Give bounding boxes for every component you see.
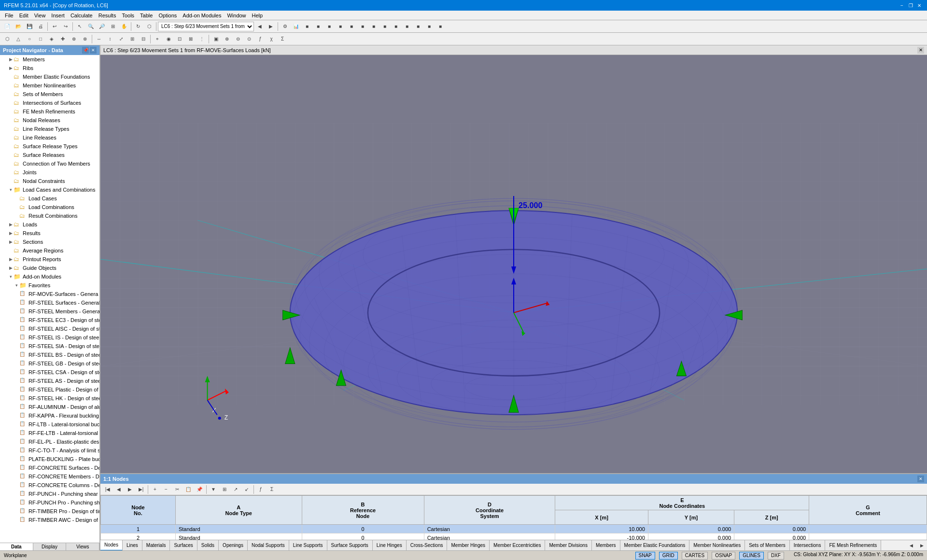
tbl-sigma[interactable]: Σ <box>267 484 277 495</box>
tree-connection-two[interactable]: 🗂 Connection of Two Members <box>0 159 99 168</box>
tree-rf-concrete-members[interactable]: 📋 RF-CONCRETE Members - Design c <box>0 472 99 481</box>
tb2-11[interactable]: ⤢ <box>116 34 126 44</box>
tb-b5[interactable]: ■ <box>346 21 357 32</box>
tree-load-cases[interactable]: 🗂 Load Cases <box>0 194 99 203</box>
tab-fe-mesh-refinements[interactable]: FE Mesh Refinements <box>825 540 881 551</box>
tab-members[interactable]: Members <box>592 540 620 551</box>
tree-results[interactable]: ▶ 🗂 Results <box>0 229 99 238</box>
tree-nodal-releases[interactable]: 🗂 Nodal Releases <box>0 116 99 125</box>
tree-surface-release-types[interactable]: 🗂 Surface Release Types <box>0 142 99 151</box>
restore-button[interactable]: ❐ <box>907 1 914 9</box>
tb2-24[interactable]: χ <box>266 34 277 44</box>
tree-rf-steel-as[interactable]: 📋 RF-STEEL AS - Design of steel men <box>0 377 99 385</box>
tb2-23[interactable]: ƒ <box>255 34 266 44</box>
tree-rf-el-pl[interactable]: 📋 RF-EL-PL - Elastic-plastic design <box>0 437 99 446</box>
minimize-button[interactable]: − <box>898 1 906 9</box>
tree-ribs[interactable]: ▶ 🗂 Ribs <box>0 64 99 72</box>
tab-intersections[interactable]: Intersections <box>790 540 826 551</box>
tree-joints[interactable]: 🗂 Joints <box>0 168 99 177</box>
menu-window[interactable]: Window <box>224 12 249 19</box>
menu-tools[interactable]: Tools <box>119 12 137 19</box>
tb-b6[interactable]: ■ <box>357 21 368 32</box>
tree-rf-punch[interactable]: 📋 RF-PUNCH - Punching shear desi <box>0 490 99 498</box>
tab-lines[interactable]: Lines <box>123 540 142 551</box>
menu-options[interactable]: Options <box>155 12 180 19</box>
tree-rf-steel-aisc[interactable]: 📋 RF-STEEL AISC - Design of steel m <box>0 324 99 333</box>
tab-openings[interactable]: Openings <box>219 540 248 551</box>
tree-members[interactable]: ▶ 🗂 Members <box>0 55 99 64</box>
grid-button[interactable]: GRID <box>659 552 678 560</box>
glines-button[interactable]: GLINES <box>739 552 764 560</box>
tab-cross-sections[interactable]: Cross-Sections <box>407 540 448 551</box>
tb-results-on[interactable]: 📊 <box>291 21 301 32</box>
tree-load-combinations[interactable]: 🗂 Load Combinations <box>0 203 99 211</box>
tb-print[interactable]: 🖨 <box>35 21 46 32</box>
tab-surfaces[interactable]: Surfaces <box>170 540 197 551</box>
tb-b1[interactable]: ■ <box>302 21 312 32</box>
dxf-button[interactable]: DXF <box>768 552 784 560</box>
tree-member-nonlin[interactable]: 🗂 Member Nonlinearities <box>0 81 99 90</box>
tb2-4[interactable]: □ <box>35 34 46 44</box>
tree-rf-steel-plastic[interactable]: 📋 RF-STEEL Plastic - Design of steel r <box>0 385 99 394</box>
tbl-filter[interactable]: ▼ <box>208 484 219 495</box>
tb2-7[interactable]: ⊕ <box>69 34 79 44</box>
tb-prev-step[interactable]: ◀ <box>254 21 265 32</box>
tree-rf-steel-is[interactable]: 📋 RF-STEEL IS - Design of steel mem <box>0 333 99 342</box>
tree-printout-reports[interactable]: ▶ 🗂 Printout Reports <box>0 255 99 264</box>
menu-insert[interactable]: Insert <box>48 12 68 19</box>
tb-b4[interactable]: ■ <box>335 21 346 32</box>
tbl-copy[interactable]: 📋 <box>183 484 194 495</box>
tb-b12[interactable]: ■ <box>424 21 435 32</box>
tree-line-release-types[interactable]: 🗂 Line Release Types <box>0 125 99 133</box>
tree-member-elastic[interactable]: 🗂 Member Elastic Foundations <box>0 72 99 81</box>
tbl-formula[interactable]: ƒ <box>255 484 266 495</box>
tb2-12[interactable]: ⊞ <box>127 34 138 44</box>
tree-plate-buckling[interactable]: 📋 PLATE-BUCKLING - Plate buckling <box>0 455 99 463</box>
tb-open[interactable]: 📂 <box>13 21 24 32</box>
tb-select[interactable]: ↖ <box>74 21 85 32</box>
tree-rf-punch-pro[interactable]: 📋 RF-PUNCH Pro - Punching shear c <box>0 498 99 507</box>
tbl-last[interactable]: ▶| <box>136 484 146 495</box>
tb-b7[interactable]: ■ <box>368 21 379 32</box>
tbl-add[interactable]: + <box>150 484 160 495</box>
tree-loads[interactable]: ▶ 🗂 Loads <box>0 220 99 229</box>
table-row[interactable]: 2 Standard 0 Cartesian -10.000 0.000 0.0… <box>101 533 927 540</box>
menu-edit[interactable]: Edit <box>16 12 31 19</box>
tb-redo[interactable]: ↪ <box>60 21 71 32</box>
tree-rf-concrete-columns[interactable]: 📋 RF-CONCRETE Columns - Design <box>0 481 99 490</box>
tb-3dview[interactable]: ⬡ <box>144 21 154 32</box>
tab-member-nonlinearties[interactable]: Member Nonlinearties <box>689 540 745 551</box>
tb2-1[interactable]: ⬡ <box>2 34 13 44</box>
tb-b11[interactable]: ■ <box>413 21 423 32</box>
tab-member-divisions[interactable]: Member Divisions <box>545 540 591 551</box>
tab-surface-supports[interactable]: Surface Supports <box>327 540 373 551</box>
tb2-21[interactable]: ⊖ <box>233 34 243 44</box>
tb2-18[interactable]: ⋮ <box>197 34 207 44</box>
tab-nodal-supports[interactable]: Nodal Supports <box>248 540 289 551</box>
tab-member-elastic[interactable]: Member Elastic Foundations <box>620 540 690 551</box>
snap-button[interactable]: SNAP <box>635 552 655 560</box>
tb-zoom-in[interactable]: 🔍 <box>85 21 96 32</box>
tree-rf-steel-members[interactable]: 📋 RF-STEEL Members - General stres <box>0 307 99 316</box>
menu-help[interactable]: Help <box>249 12 266 19</box>
tree-intersections[interactable]: 🗂 Intersections of Surfaces <box>0 98 99 107</box>
tree-rf-steel-hk[interactable]: 📋 RF-STEEL HK - Design of steel mer <box>0 394 99 403</box>
tbl-import[interactable]: ↙ <box>241 484 252 495</box>
tb-zoom-all[interactable]: ⊞ <box>108 21 118 32</box>
tree-rf-ltb[interactable]: 📋 RF-LTB - Lateral-torsional bucklin <box>0 420 99 429</box>
tree-rf-aluminum[interactable]: 📋 RF-ALUMINUM - Design of alumin <box>0 403 99 411</box>
tab-line-supports[interactable]: Line Supports <box>289 540 327 551</box>
tb2-20[interactable]: ⊕ <box>222 34 232 44</box>
tb-new[interactable]: 📄 <box>2 21 13 32</box>
tb-b13[interactable]: ■ <box>435 21 446 32</box>
tb2-25[interactable]: Σ <box>277 34 288 44</box>
osnap-button[interactable]: OSNAP <box>712 552 735 560</box>
tbl-export[interactable]: ↗ <box>230 484 241 495</box>
tb2-10[interactable]: ↕ <box>105 34 115 44</box>
tb2-16[interactable]: ⊡ <box>174 34 185 44</box>
panel-close[interactable]: ✕ <box>90 47 97 54</box>
tree-rf-steel-gb[interactable]: 📋 RF-STEEL GB - Design of steel mer <box>0 359 99 368</box>
tab-member-eccentricities[interactable]: Member Eccentricities <box>490 540 545 551</box>
tbl-cols[interactable]: ⊞ <box>219 484 230 495</box>
tree-fe-mesh[interactable]: 🗂 FE Mesh Refinements <box>0 107 99 116</box>
